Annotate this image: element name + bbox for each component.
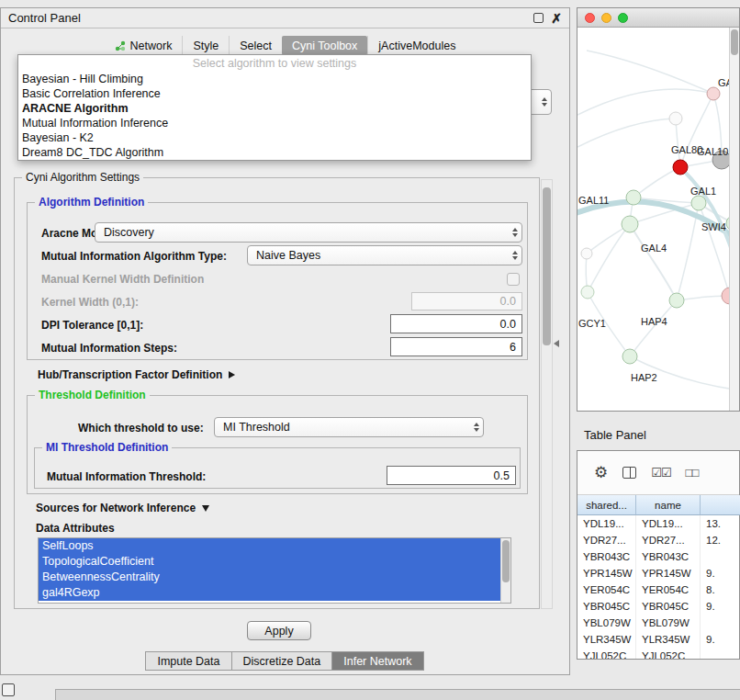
columns-icon[interactable]: [622, 467, 636, 479]
table-row[interactable]: YJL052C YJL052C: [577, 648, 739, 659]
combobox-stepper-icon: [508, 228, 521, 237]
menu-item-selected[interactable]: ARACNE Algorithm: [18, 101, 531, 116]
network-node[interactable]: [669, 293, 684, 308]
network-scrollbar-thumb[interactable]: [731, 29, 738, 55]
table-row[interactable]: YDL19... YDL19... 13.: [577, 515, 739, 532]
minimized-panel-icon[interactable]: [2, 683, 15, 696]
dpi-tolerance-field[interactable]: 0.0: [390, 314, 522, 333]
network-node[interactable]: [707, 87, 720, 100]
combobox-stepper-icon: [508, 251, 521, 260]
gear-icon[interactable]: ⚙: [594, 463, 608, 482]
cell-name: YER054C: [636, 581, 701, 598]
data-attributes-list[interactable]: SelfLoops TopologicalCoefficient Between…: [38, 537, 511, 604]
tab-discretize-data-label: Discretize Data: [243, 655, 321, 668]
attributes-scrollbar[interactable]: [500, 538, 510, 604]
algorithm-dropdown-popup[interactable]: Select algorithm to view settings Bayesi…: [17, 54, 532, 161]
mi-algorithm-type-select[interactable]: Naive Bayes: [247, 245, 522, 265]
cyni-algorithm-settings-title: Cyni Algorithm Settings: [22, 171, 143, 184]
deselect-all-checkboxes-icon[interactable]: □□: [686, 466, 699, 480]
network-scrollbar[interactable]: [729, 28, 739, 411]
menu-item[interactable]: Basic Correlation Inference: [18, 86, 531, 101]
column-header-clipped[interactable]: [701, 495, 740, 515]
column-header-name[interactable]: name: [636, 495, 701, 515]
network-node[interactable]: [581, 286, 594, 299]
attributes-scrollbar-thumb[interactable]: [502, 540, 510, 582]
zoom-traffic-light[interactable]: [618, 13, 628, 23]
network-view-window: GAL7 GAL80 GAL10 GAL11 GAL1 SWI4 GAL4 GC…: [577, 7, 740, 412]
cell-name: YPR145W: [636, 565, 701, 581]
table-toolbar: ⚙ ☑☑ □□: [577, 451, 739, 495]
tab-discretize-data[interactable]: Discretize Data: [231, 651, 333, 671]
column-header-shared-name[interactable]: shared...: [577, 495, 636, 515]
network-node[interactable]: [626, 190, 641, 205]
tab-network-label: Network: [130, 40, 173, 52]
tab-infer-network-label: Infer Network: [343, 655, 411, 668]
close-traffic-light[interactable]: [585, 13, 595, 23]
close-icon[interactable]: ✗: [551, 13, 562, 24]
table-row[interactable]: YER054C YER054C 8.: [577, 581, 739, 598]
network-node[interactable]: [669, 112, 682, 125]
settings-scrollbar-thumb[interactable]: [543, 187, 551, 345]
tab-cyni-toolbox[interactable]: Cyni Toolbox: [282, 36, 367, 55]
sources-section-toggle[interactable]: Sources for Network Inference: [36, 502, 209, 514]
manual-kernel-width-checkbox[interactable]: [507, 273, 520, 286]
mi-algorithm-type-value: Naive Bayes: [248, 249, 508, 262]
minimize-traffic-light[interactable]: [601, 13, 611, 23]
cell-name: YBR043C: [636, 548, 701, 565]
tab-jactivemodules[interactable]: jActiveModules: [367, 36, 465, 55]
float-window-icon[interactable]: [533, 13, 544, 23]
network-node-label: HAP4: [641, 316, 667, 327]
select-all-checkboxes-icon[interactable]: ☑☑: [651, 466, 670, 480]
network-node-labels: GAL7 GAL80 GAL10 GAL11 GAL1 SWI4 GAL4 GC…: [578, 77, 739, 383]
table-row[interactable]: YBL079W YBL079W: [577, 615, 739, 631]
aracne-mode-select[interactable]: Discovery: [95, 222, 522, 243]
kernel-width-field[interactable]: 0.0: [411, 292, 522, 310]
network-node[interactable]: [622, 349, 637, 364]
network-node[interactable]: [673, 160, 688, 175]
tab-impute-data[interactable]: Impute Data: [145, 651, 231, 671]
table-row[interactable]: YBR043C YBR043C: [577, 548, 739, 565]
cell-value: [701, 615, 739, 631]
cell-name: YLR345W: [636, 631, 701, 648]
table-panel-window: ⚙ ☑☑ □□ shared... name YDL19... YDL19...…: [577, 450, 740, 660]
menu-item[interactable]: Bayesian - K2: [18, 130, 531, 145]
table-row[interactable]: YBR045C YBR045C 9.: [577, 598, 739, 615]
network-node[interactable]: [581, 248, 592, 259]
network-node-label: GAL11: [578, 195, 609, 206]
cell-name: YJL052C: [636, 648, 701, 659]
network-node-label: GCY1: [578, 318, 606, 329]
network-node[interactable]: [622, 216, 638, 232]
settings-scrollbar[interactable]: [541, 179, 553, 609]
control-panel-title: Control Panel: [8, 11, 81, 25]
menu-item[interactable]: Bayesian - Hill Climbing: [18, 72, 531, 86]
cell-value: [701, 548, 739, 565]
dpi-tolerance-value: 0.0: [500, 318, 516, 331]
apply-button[interactable]: Apply: [247, 621, 311, 640]
list-item[interactable]: gal4RGexp: [39, 585, 500, 601]
table-row[interactable]: YDR27... YDR27... 12.: [577, 532, 739, 548]
tab-network[interactable]: Network: [105, 36, 183, 55]
network-canvas[interactable]: GAL7 GAL80 GAL10 GAL11 GAL1 SWI4 GAL4 GC…: [577, 28, 739, 411]
menu-item[interactable]: Dream8 DC_TDC Algorithm: [18, 145, 531, 160]
network-node[interactable]: [691, 196, 706, 210]
hub-section-toggle[interactable]: Hub/Transcription Factor Definition: [38, 368, 235, 381]
cell-shared-name: YBR043C: [577, 548, 636, 565]
which-threshold-select[interactable]: MI Threshold: [214, 417, 484, 437]
mi-steps-field[interactable]: 6: [390, 337, 522, 356]
tab-infer-network[interactable]: Infer Network: [331, 651, 423, 671]
network-tab-icon: [115, 40, 126, 51]
cell-value: 12.: [701, 532, 739, 548]
panel-splitter-handle[interactable]: [554, 340, 559, 347]
mi-threshold-field[interactable]: 0.5: [387, 466, 516, 485]
table-row[interactable]: YPR145W YPR145W 9.: [577, 565, 739, 581]
menu-item[interactable]: Mutual Information Inference: [18, 116, 531, 130]
cell-value: [701, 648, 739, 659]
network-node-label: GAL4: [641, 243, 667, 254]
list-item[interactable]: BetweennessCentrality: [39, 570, 500, 585]
tab-style[interactable]: Style: [182, 36, 229, 55]
table-row[interactable]: YLR345W YLR345W 9.: [577, 631, 739, 648]
cell-value: 9.: [701, 598, 739, 615]
list-item[interactable]: SelfLoops: [39, 538, 500, 554]
list-item[interactable]: TopologicalCoefficient: [39, 554, 500, 570]
tab-select[interactable]: Select: [229, 36, 282, 55]
